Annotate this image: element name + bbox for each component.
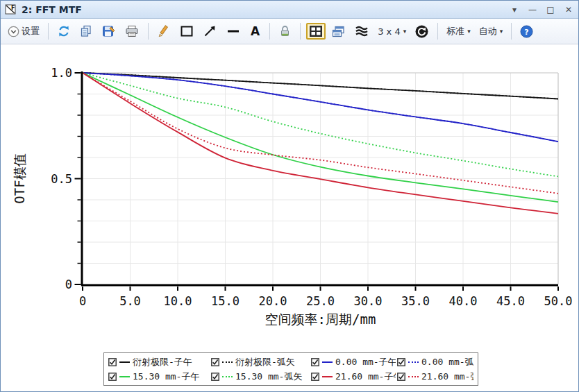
cascade-windows-button[interactable]: [328, 23, 349, 40]
x-tick-label: 45.0: [496, 294, 525, 308]
legend-checkbox-checked-icon[interactable]: [397, 358, 405, 366]
x-tick-label: 10.0: [164, 294, 192, 308]
legend-entry-label: 衍射极限-子午: [133, 356, 192, 368]
mtf-plot-icon: F: [5, 4, 17, 15]
x-tick-label: 50.0: [544, 294, 573, 308]
legend-line-sample: [222, 376, 233, 377]
legend-line-sample: [408, 376, 419, 377]
x-tick-label: 25.0: [306, 294, 335, 308]
pencil-tool-button[interactable]: [154, 22, 174, 40]
line-icon: [226, 24, 241, 38]
legend-entry: 15.30 mm-子午: [108, 370, 210, 383]
legend-line-sample: [408, 361, 419, 363]
y-tick-label: 0: [65, 278, 72, 291]
cascade-windows-icon: [331, 25, 346, 38]
copy-icon: [79, 24, 93, 38]
x-tick-label: 35.0: [401, 294, 430, 308]
help-icon: ?: [520, 25, 533, 38]
y-tick-label: 1.0: [51, 66, 72, 80]
arrow-tool-button[interactable]: [200, 22, 220, 40]
save-icon: [101, 24, 116, 38]
tile-windows-icon: [309, 25, 323, 37]
layers-button[interactable]: [351, 22, 372, 40]
legend-line-sample: [119, 376, 130, 377]
x-tick-label: 30.0: [354, 294, 383, 308]
help-button[interactable]: ?: [517, 23, 536, 40]
update-icon: [414, 24, 429, 39]
window-title: 2: FFT MTF: [22, 4, 509, 15]
x-tick-label: 20.0: [259, 294, 287, 308]
y-tick-label: 0.5: [51, 172, 72, 186]
legend-entry-label: 15.30 mm-弧矢: [235, 370, 302, 383]
update-button[interactable]: [412, 22, 432, 41]
legend-entry: 21.60 mm-子午: [311, 370, 396, 383]
auto-dropdown[interactable]: 自动 ▾: [476, 23, 506, 40]
toolbar-separator: [300, 23, 301, 40]
print-icon: [124, 24, 140, 38]
refresh-button[interactable]: [54, 22, 74, 40]
legend-line-sample: [322, 376, 333, 377]
title-bar: F 2: FFT MTF ▾ — □ ✕: [1, 1, 578, 19]
x-tick-label: 5.0: [119, 294, 141, 308]
svg-text:?: ?: [525, 27, 529, 36]
legend-checkbox-checked-icon[interactable]: [211, 373, 219, 381]
toolbar: 设置: [1, 19, 578, 44]
maximize-icon[interactable]: □: [545, 4, 556, 15]
legend-entry: 21.60 mm-弧矢: [397, 370, 473, 383]
legend-line-sample: [322, 361, 333, 363]
toolbar-separator: [437, 23, 438, 40]
rectangle-tool-button[interactable]: [176, 22, 197, 40]
tile-windows-button[interactable]: [306, 23, 326, 40]
legend-checkbox-checked-icon[interactable]: [311, 358, 319, 366]
pencil-icon: [157, 24, 171, 38]
fft-mtf-window: F 2: FFT MTF ▾ — □ ✕ 设置: [0, 0, 579, 392]
legend-checkbox-checked-icon[interactable]: [311, 373, 319, 381]
grid-size-dropdown[interactable]: 3 x 4 ▾: [375, 24, 409, 39]
legend-entry: 0.00 mm-子午: [311, 355, 396, 368]
standard-label: 标准: [446, 25, 464, 37]
legend-line-sample: [222, 361, 233, 363]
rectangle-icon: [179, 24, 194, 38]
x-tick-label: 15.0: [211, 294, 240, 308]
lock-button[interactable]: [276, 22, 294, 40]
mtf-chart: 1.00.5005.010.015.020.025.030.035.040.04…: [1, 44, 579, 350]
legend-entry: 衍射极限-弧矢: [211, 355, 310, 368]
refresh-icon: [57, 24, 71, 38]
save-button[interactable]: [99, 22, 119, 40]
legend-entry-label: 21.60 mm-弧矢: [421, 370, 473, 383]
copy-button[interactable]: [76, 22, 96, 40]
x-tick-label: 0: [79, 294, 86, 308]
lock-icon: [278, 24, 292, 38]
x-tick-label: 40.0: [449, 294, 478, 308]
toolbar-separator: [511, 23, 512, 40]
legend-entry-label: 0.00 mm-弧矢: [421, 356, 473, 368]
text-icon: A: [249, 26, 261, 37]
legend-checkbox-checked-icon[interactable]: [108, 373, 117, 381]
legend: 衍射极限-子午衍射极限-弧矢0.00 mm-子午0.00 mm-弧矢15.30 …: [103, 352, 478, 386]
legend-line-sample: [119, 361, 130, 363]
line-tool-button[interactable]: [223, 22, 244, 40]
settings-expander-button[interactable]: 设置: [5, 23, 42, 40]
standard-dropdown[interactable]: 标准 ▾: [444, 23, 473, 40]
toolbar-separator: [48, 23, 49, 40]
toolbar-separator: [269, 23, 270, 40]
legend-checkbox-checked-icon[interactable]: [397, 373, 405, 381]
minimize-icon[interactable]: —: [527, 4, 538, 15]
window-menu-icon[interactable]: ▾: [509, 4, 520, 15]
y-axis-title: OTF模值: [12, 153, 27, 203]
legend-entry-label: 15.30 mm-子午: [133, 370, 199, 383]
chevron-down-icon: ▾: [500, 28, 503, 35]
close-icon[interactable]: ✕: [563, 4, 574, 15]
chevron-down-circle-icon: [8, 26, 19, 37]
chevron-down-icon: ▾: [403, 28, 407, 35]
grid-size-label: 3 x 4: [378, 26, 401, 37]
legend-entry-label: 21.60 mm-子午: [335, 370, 396, 383]
text-tool-button[interactable]: A: [246, 24, 264, 40]
legend-entry: 0.00 mm-弧矢: [397, 355, 473, 368]
legend-entry: 15.30 mm-弧矢: [211, 370, 310, 383]
legend-checkbox-checked-icon[interactable]: [211, 358, 219, 366]
x-axis-title: 空间频率:周期/mm: [265, 312, 376, 327]
legend-checkbox-checked-icon[interactable]: [108, 358, 117, 366]
auto-label: 自动: [479, 25, 497, 37]
print-button[interactable]: [121, 22, 142, 40]
